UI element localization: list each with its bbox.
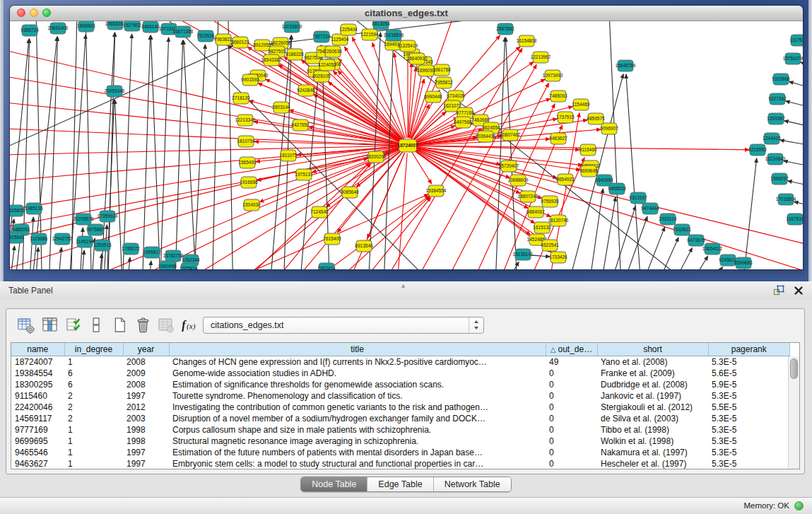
table-row[interactable]: 977716911998Corpus callosum shape and si… bbox=[11, 424, 790, 436]
network-canvas[interactable]: 1872400786601238912955182260589827503165… bbox=[10, 21, 803, 269]
show-columns-icon[interactable] bbox=[40, 315, 59, 334]
graph-node-label: 1145194 bbox=[76, 239, 94, 244]
graph-node-label: 7462660 bbox=[471, 117, 490, 122]
vertical-scrollbar[interactable] bbox=[788, 356, 799, 469]
graph-node-label: 12213967 bbox=[531, 54, 551, 59]
table-row[interactable]: 969969511998Structural magnetic resonanc… bbox=[11, 436, 790, 447]
graph-edge bbox=[678, 256, 708, 269]
graph-node-label: 8912955 bbox=[253, 42, 271, 47]
graph-node-label: 11325419 bbox=[398, 43, 418, 48]
close-icon[interactable] bbox=[794, 286, 804, 296]
graph-node-label: 9085648 bbox=[341, 189, 359, 194]
table-row[interactable]: 911546021997Tourette syndrome. Phenomeno… bbox=[11, 390, 790, 402]
graph-edge bbox=[506, 37, 518, 269]
tab-edge-table[interactable]: Edge Table bbox=[367, 477, 433, 491]
graph-node-label: 1115686 bbox=[30, 236, 48, 241]
table-cell: Franke et al. (2009) bbox=[597, 368, 708, 379]
graph-node-label: 8660123 bbox=[231, 40, 249, 45]
table-cell: 0 bbox=[546, 379, 597, 390]
column-header-in-degree[interactable]: in_degree bbox=[64, 343, 123, 356]
graph-node-label: 1250515 bbox=[93, 243, 112, 247]
window-minimize-button[interactable] bbox=[30, 8, 38, 17]
graph-node-label: 1916686 bbox=[240, 180, 258, 185]
graph-node-label: 2687682 bbox=[496, 26, 514, 31]
graph-node-label: 17359924 bbox=[98, 214, 118, 218]
graph-edge bbox=[801, 62, 803, 71]
graph-node-label: 8186328 bbox=[286, 52, 304, 57]
graph-node-label: 18724007 bbox=[398, 143, 418, 148]
graph-edge bbox=[184, 40, 198, 269]
table-row[interactable]: 2242004622012Investigating the contribut… bbox=[11, 402, 790, 413]
network-window-titlebar[interactable]: citations_edges.txt bbox=[10, 6, 803, 21]
graph-node-label: 4859575 bbox=[587, 116, 605, 121]
graph-edge bbox=[663, 248, 692, 269]
table-cell: 0 bbox=[546, 413, 597, 424]
delete-columns-icon[interactable] bbox=[134, 315, 153, 334]
tab-network-table[interactable]: Network Table bbox=[434, 477, 511, 491]
sort-ascending-icon: △ bbox=[551, 346, 556, 354]
table-cell: 1 bbox=[64, 458, 123, 469]
graph-node-label: 1504930 bbox=[242, 202, 261, 207]
node-table: namein_degreeyeartitle△out_de…shortpager… bbox=[11, 343, 790, 469]
column-header-year[interactable]: year bbox=[123, 343, 169, 356]
scrollbar-thumb[interactable] bbox=[790, 358, 798, 379]
graph-node-label: 9096907 bbox=[600, 126, 618, 131]
window-close-button[interactable] bbox=[17, 8, 25, 17]
table-row[interactable]: 1456911722003Disruption of a novel membe… bbox=[11, 413, 790, 424]
column-header-name[interactable]: name bbox=[11, 343, 64, 356]
graph-edge bbox=[71, 21, 78, 269]
graph-node-label: 1209387 bbox=[767, 116, 785, 121]
column-header-title[interactable]: title bbox=[169, 343, 546, 356]
graph-node-label: 1599297 bbox=[770, 176, 789, 181]
graph-edge bbox=[10, 42, 400, 144]
column-header-pagerank[interactable]: pagerank bbox=[708, 343, 790, 356]
select-attributes-icon[interactable] bbox=[64, 315, 83, 334]
table-cell: Jankovic et al. (1997) bbox=[597, 390, 708, 402]
create-column-icon[interactable] bbox=[110, 315, 129, 334]
column-header-short[interactable]: short bbox=[597, 343, 708, 356]
graph-edge bbox=[151, 35, 161, 269]
table-cell: 0 bbox=[546, 402, 597, 413]
row-mode-icon[interactable] bbox=[86, 315, 105, 334]
graph-node-label: 9115460 bbox=[579, 147, 597, 152]
graph-node-label: 7857224 bbox=[312, 34, 331, 39]
table-row[interactable]: 946554611997Estimation of the future num… bbox=[11, 447, 790, 458]
table-row[interactable]: 946362711997Embryonic stem cells: a mode… bbox=[11, 458, 790, 469]
graph-edge bbox=[780, 140, 803, 147]
table-cell: 9699695 bbox=[11, 436, 64, 447]
graph-node-label: 3915941 bbox=[10, 235, 25, 240]
table-cell: 0 bbox=[546, 436, 597, 447]
graph-node-label: 17016504 bbox=[776, 197, 796, 201]
table-cell: 5.3E-5 bbox=[708, 356, 790, 368]
table-cell: 9777169 bbox=[11, 424, 64, 436]
graph-node-label: 1795272 bbox=[122, 246, 140, 251]
graph-edge bbox=[10, 99, 400, 145]
graph-node-label: 20364436 bbox=[476, 134, 496, 139]
graph-node-label: 2933114 bbox=[659, 216, 677, 221]
graph-edge bbox=[10, 146, 400, 156]
function-builder-icon[interactable]: f (x) bbox=[180, 315, 199, 334]
graph-node-label: 19218596 bbox=[384, 33, 404, 37]
column-header-out-de[interactable]: △out_de… bbox=[546, 343, 597, 356]
table-cell: 2012 bbox=[123, 402, 169, 413]
table-cell: 2 bbox=[64, 390, 123, 402]
tab-node-table[interactable]: Node Table bbox=[301, 477, 367, 491]
table-row[interactable]: 1830029562008Estimation of significance … bbox=[11, 379, 790, 390]
graph-node-label: 7902414 bbox=[317, 266, 336, 269]
chevron-up-down-icon bbox=[469, 317, 483, 333]
table-cell: Tibbo et al. (1998) bbox=[597, 424, 708, 436]
float-window-icon[interactable] bbox=[772, 285, 785, 296]
graph-edge bbox=[784, 121, 803, 129]
graph-node-label: 4522541 bbox=[541, 243, 559, 247]
table-row[interactable]: 1872400712008Changes of HCN gene express… bbox=[11, 356, 790, 368]
table-options-icon[interactable] bbox=[16, 315, 35, 334]
window-zoom-button[interactable] bbox=[42, 8, 51, 17]
splitter-handle-icon[interactable]: ▲ bbox=[400, 282, 406, 289]
graph-node-label: 20206576 bbox=[73, 216, 94, 221]
table-cell: de Silva et al. (2003) bbox=[597, 413, 708, 424]
import-table-icon[interactable] bbox=[156, 315, 175, 334]
table-row[interactable]: 1938455462009Genome-wide association stu… bbox=[11, 368, 790, 379]
table-cell: 0 bbox=[546, 458, 597, 469]
table-cell: 19384554 bbox=[11, 368, 64, 379]
table-selector-dropdown[interactable]: citations_edges.txt bbox=[203, 317, 484, 334]
